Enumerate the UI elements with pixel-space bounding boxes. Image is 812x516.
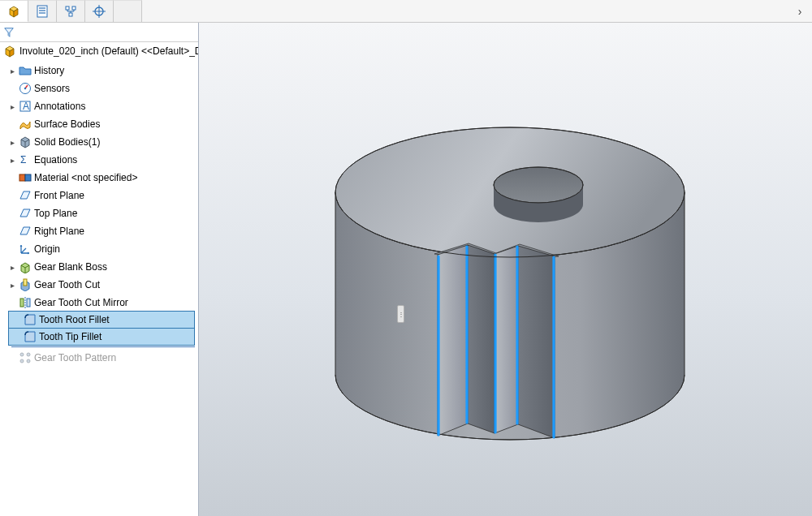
manager-tabs: ›: [0, 0, 812, 23]
solid-icon: [19, 135, 32, 148]
sensor-icon: [19, 82, 32, 95]
feature-tree-panel: Involute_020_inch (Default) <<Default>_D…: [0, 23, 199, 516]
tree-gear-tooth-pattern[interactable]: Gear Tooth Pattern: [2, 349, 198, 367]
origin-icon: [19, 243, 32, 256]
chevron-right-icon[interactable]: ▸: [8, 263, 16, 272]
fillet-icon: [24, 330, 37, 343]
tree-gear-tooth-cut-mirror[interactable]: Gear Tooth Cut Mirror: [2, 294, 198, 312]
fillet-icon: [24, 313, 37, 326]
tab-configuration-manager[interactable]: [57, 0, 85, 22]
tree-root[interactable]: Involute_020_inch (Default) <<Default>_D: [0, 42, 198, 60]
folder-icon: [19, 64, 32, 77]
filter-row[interactable]: [0, 23, 198, 42]
root-label: Involute_020_inch (Default) <<Default>_D: [19, 45, 198, 57]
tree-equations[interactable]: ▸ Equations: [2, 151, 198, 169]
plane-icon: [19, 225, 32, 238]
tree-sensors[interactable]: Sensors: [2, 80, 198, 97]
graphics-viewport[interactable]: ⋮: [199, 23, 812, 516]
hierarchy-icon: [64, 5, 77, 18]
target-icon: [93, 5, 106, 18]
tree-material[interactable]: Material <not specified>: [2, 169, 198, 187]
tab-property-manager[interactable]: [28, 0, 57, 22]
tree-tooth-tip-fillet[interactable]: Tooth Tip Fillet: [8, 328, 195, 346]
funnel-icon: [3, 27, 15, 38]
mirror-icon: [19, 296, 32, 309]
list-icon: [36, 5, 49, 18]
tabs-overflow[interactable]: ›: [788, 0, 812, 22]
material-icon: [19, 171, 32, 184]
tree-solid-bodies[interactable]: ▸ Solid Bodies(1): [2, 133, 198, 151]
tab-dimxpert[interactable]: [85, 0, 114, 22]
tree-front-plane[interactable]: Front Plane: [2, 187, 198, 204]
chevron-right-icon[interactable]: ▸: [8, 156, 16, 165]
feature-tree: ▸ History Sensors ▸ Annotations Surface …: [0, 60, 198, 367]
plane-icon: [19, 207, 32, 220]
model-rendering: [279, 67, 733, 472]
tab-display-manager[interactable]: [114, 0, 142, 22]
tree-gear-blank-boss[interactable]: ▸ Gear Blank Boss: [2, 258, 198, 276]
part-icon: [7, 5, 20, 18]
plane-icon: [19, 189, 32, 202]
panel-splitter-handle[interactable]: ⋮: [397, 305, 404, 323]
tree-tooth-root-fillet[interactable]: Tooth Root Fillet: [8, 311, 195, 329]
tree-right-plane[interactable]: Right Plane: [2, 222, 198, 240]
tree-annotations[interactable]: ▸ Annotations: [2, 97, 198, 115]
extrude-icon: [19, 260, 32, 273]
tree-top-plane[interactable]: Top Plane: [2, 204, 198, 222]
annotation-icon: [19, 100, 32, 113]
part-icon: [3, 45, 16, 58]
rollback-bar[interactable]: [11, 346, 195, 347]
chevron-right-icon[interactable]: ▸: [8, 67, 16, 75]
tree-surface-bodies[interactable]: Surface Bodies: [2, 115, 198, 133]
sigma-icon: [19, 153, 32, 166]
chevron-right-icon[interactable]: ▸: [8, 102, 16, 111]
cut-icon: [19, 278, 32, 291]
tab-feature-manager[interactable]: [0, 0, 28, 22]
chevron-right-icon[interactable]: ▸: [8, 281, 16, 290]
tree-gear-tooth-cut[interactable]: ▸ Gear Tooth Cut: [2, 276, 198, 294]
surface-icon: [19, 118, 32, 131]
appearance-icon: [121, 5, 134, 18]
tree-history[interactable]: ▸ History: [2, 62, 198, 80]
chevron-right-icon[interactable]: ▸: [8, 138, 16, 147]
pattern-icon: [19, 351, 32, 364]
tree-origin[interactable]: Origin: [2, 240, 198, 258]
